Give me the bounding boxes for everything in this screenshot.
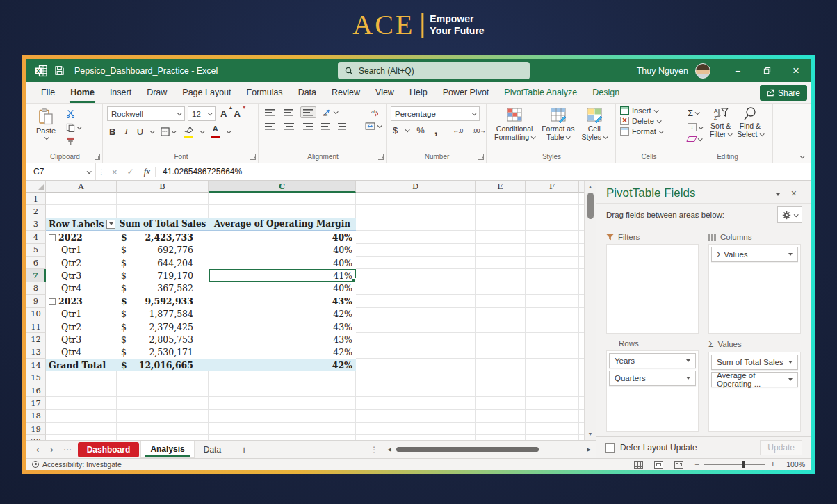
cell-C2[interactable] (209, 205, 356, 218)
cell-E15[interactable] (476, 371, 526, 384)
tab-help[interactable]: Help (402, 82, 435, 103)
insert-cells-button[interactable]: Insert (620, 106, 678, 115)
font-family-select[interactable]: Rockwell (107, 106, 185, 121)
cell-A5[interactable]: Qtr1 (46, 244, 117, 257)
row-header-11[interactable]: 11 (26, 320, 46, 333)
share-button[interactable]: Share (760, 85, 807, 101)
cell-A12[interactable]: Qtr3 (46, 333, 117, 346)
cell-A13[interactable]: Qtr4 (46, 346, 117, 359)
cell-B3[interactable]: Sum of Total Sales (117, 218, 209, 231)
filters-box[interactable] (606, 244, 699, 334)
user-avatar[interactable] (695, 63, 710, 79)
cell-D11[interactable] (356, 320, 476, 333)
italic-button[interactable] (122, 124, 129, 138)
cell-C8[interactable]: 40% (209, 282, 356, 295)
find-select-button[interactable]: Find & Select (734, 106, 765, 143)
cell-styles-button[interactable]: CellStyles (578, 106, 610, 141)
cell-A20[interactable] (46, 435, 117, 440)
percent-style-button[interactable] (414, 124, 427, 137)
cell-D4[interactable] (356, 231, 476, 243)
select-all-corner[interactable] (26, 181, 46, 193)
tools-gear-button[interactable] (777, 206, 802, 223)
cell-E8[interactable] (476, 282, 526, 295)
row-header-17[interactable]: 17 (26, 397, 46, 409)
zoom-out-button[interactable]: − (694, 460, 699, 469)
columns-box[interactable]: Σ Values (708, 244, 801, 334)
row-header-5[interactable]: 5 (26, 244, 46, 257)
delete-cells-button[interactable]: Delete (620, 117, 678, 125)
cell-C4[interactable]: 40% (209, 231, 356, 243)
cell-C3[interactable]: Average of Operating Margin (209, 218, 356, 231)
accounting-format-button[interactable] (391, 124, 400, 137)
increase-decimal-button[interactable] (451, 126, 465, 136)
page-break-view-button[interactable] (674, 461, 683, 469)
cell-D1[interactable] (356, 193, 476, 205)
cell-C18[interactable] (209, 410, 356, 423)
tab-page-layout[interactable]: Page Layout (174, 82, 238, 103)
row-header-7[interactable]: 7 (26, 269, 46, 282)
collapse-button-2023[interactable] (49, 298, 56, 305)
cell-A16[interactable] (46, 384, 117, 397)
cell-B4[interactable]: $2,423,733 (117, 231, 209, 243)
cell-A11[interactable]: Qtr2 (46, 320, 117, 333)
cell-C1[interactable] (209, 193, 356, 205)
cell-F20[interactable] (526, 435, 579, 440)
zoom-level[interactable]: 100% (786, 460, 805, 469)
cell-E17[interactable] (476, 397, 526, 409)
field-chip-sum-of-total-sales[interactable]: Sum of Total Sales (711, 355, 798, 370)
shrink-font-button[interactable]: A▼ (231, 107, 242, 120)
zoom-slider[interactable] (704, 464, 765, 465)
conditional-formatting-button[interactable]: ConditionalFormatting (491, 106, 538, 141)
cell-E11[interactable] (476, 320, 526, 333)
cell-A1[interactable] (46, 193, 117, 205)
column-header-D[interactable]: D (356, 181, 476, 193)
bold-button[interactable] (107, 125, 117, 138)
cell-F3[interactable] (526, 218, 579, 231)
grid[interactable]: ABCDEF 123Row LabelsSum of Total SalesAv… (26, 181, 596, 440)
cell-B6[interactable]: $644,204 (117, 257, 209, 269)
cell-E18[interactable] (476, 410, 526, 423)
search-input[interactable]: Search (Alt+Q) (338, 62, 530, 79)
cell-D19[interactable] (356, 423, 476, 435)
increase-indent-button[interactable] (336, 121, 348, 131)
row-header-15[interactable]: 15 (26, 371, 46, 384)
cell-A9[interactable]: 2023 (46, 295, 117, 307)
cell-B8[interactable]: $367,582 (117, 282, 209, 295)
sort-filter-button[interactable]: AZ Sort & Filter (707, 106, 734, 143)
cell-E13[interactable] (476, 346, 526, 359)
more-sheets-button[interactable]: ⋯ (59, 445, 76, 455)
column-header-B[interactable]: B (117, 181, 209, 193)
cell-D5[interactable] (356, 244, 476, 257)
cell-B17[interactable] (117, 397, 209, 409)
cell-B9[interactable]: $9,592,933 (117, 295, 209, 307)
autosum-button[interactable] (685, 106, 704, 120)
cell-C17[interactable] (209, 397, 356, 409)
cell-B19[interactable] (117, 423, 209, 435)
field-chip-average-of-operating-[interactable]: Average of Operating ... (711, 372, 798, 387)
font-size-select[interactable]: 12 (188, 106, 216, 121)
cell-E20[interactable] (476, 435, 526, 440)
grow-font-button[interactable]: A▲ (218, 107, 229, 120)
cell-F2[interactable] (526, 205, 579, 218)
row-header-12[interactable]: 12 (26, 333, 46, 346)
insert-function-button[interactable] (139, 166, 155, 177)
cell-B1[interactable] (117, 193, 209, 205)
cell-F5[interactable] (526, 244, 579, 257)
cancel-entry-button[interactable] (107, 167, 122, 177)
cell-C12[interactable]: 43% (209, 333, 356, 346)
align-center-button[interactable] (282, 121, 296, 131)
cell-D3[interactable] (356, 218, 476, 231)
cell-D17[interactable] (356, 397, 476, 409)
cell-A19[interactable] (46, 423, 117, 435)
tab-pivottable-analyze[interactable]: PivotTable Analyze (496, 82, 585, 103)
merge-center-button[interactable] (363, 121, 383, 131)
cell-C9[interactable]: 43% (209, 295, 356, 307)
tab-insert[interactable]: Insert (102, 82, 139, 103)
borders-button[interactable] (159, 126, 177, 138)
field-chip-quarters[interactable]: Quarters (609, 371, 696, 386)
cell-E5[interactable] (476, 244, 526, 257)
scroll-up-arrow[interactable]: ▲ (588, 181, 593, 193)
sheet-tab-dashboard[interactable]: Dashboard (78, 442, 140, 457)
wrap-text-button[interactable]: ab (369, 107, 383, 118)
cell-C14[interactable]: 42% (209, 359, 356, 371)
